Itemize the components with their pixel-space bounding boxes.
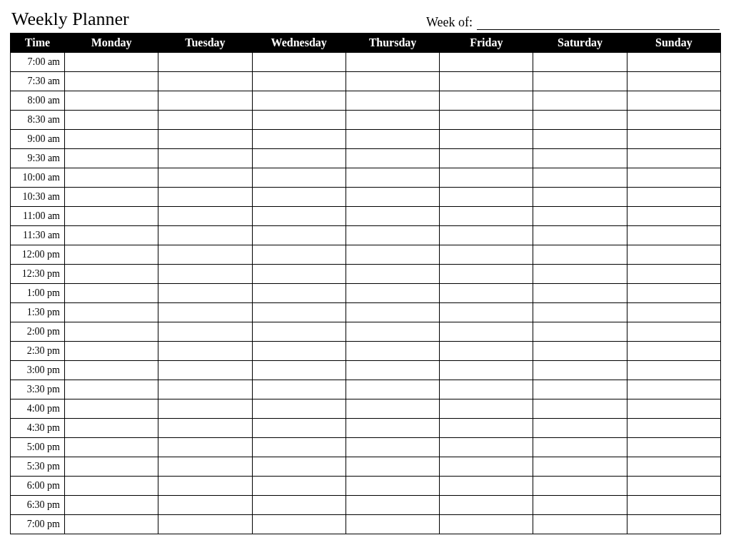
planner-cell[interactable]	[440, 361, 533, 380]
planner-cell[interactable]	[346, 168, 439, 188]
planner-cell[interactable]	[346, 130, 439, 149]
planner-cell[interactable]	[440, 419, 533, 438]
planner-cell[interactable]	[252, 496, 346, 515]
planner-cell[interactable]	[440, 111, 533, 130]
planner-cell[interactable]	[158, 477, 252, 496]
planner-cell[interactable]	[252, 149, 346, 168]
planner-cell[interactable]	[627, 265, 720, 284]
planner-cell[interactable]	[158, 111, 252, 130]
planner-cell[interactable]	[627, 245, 720, 265]
planner-cell[interactable]	[533, 399, 627, 419]
planner-cell[interactable]	[252, 130, 346, 149]
planner-cell[interactable]	[533, 515, 627, 534]
planner-cell[interactable]	[252, 111, 346, 130]
planner-cell[interactable]	[627, 284, 720, 303]
planner-cell[interactable]	[158, 207, 252, 226]
planner-cell[interactable]	[627, 130, 720, 149]
planner-cell[interactable]	[158, 342, 252, 361]
planner-cell[interactable]	[65, 380, 158, 399]
planner-cell[interactable]	[252, 303, 346, 322]
planner-cell[interactable]	[252, 226, 346, 245]
planner-cell[interactable]	[252, 53, 346, 72]
planner-cell[interactable]	[252, 380, 346, 399]
planner-cell[interactable]	[627, 149, 720, 168]
planner-cell[interactable]	[65, 342, 158, 361]
planner-cell[interactable]	[65, 226, 158, 245]
planner-cell[interactable]	[65, 496, 158, 515]
planner-cell[interactable]	[533, 265, 627, 284]
planner-cell[interactable]	[65, 188, 158, 207]
planner-cell[interactable]	[158, 303, 252, 322]
planner-cell[interactable]	[440, 380, 533, 399]
planner-cell[interactable]	[158, 168, 252, 188]
planner-cell[interactable]	[158, 419, 252, 438]
planner-cell[interactable]	[252, 342, 346, 361]
planner-cell[interactable]	[627, 322, 720, 342]
planner-cell[interactable]	[346, 380, 439, 399]
planner-cell[interactable]	[533, 130, 627, 149]
planner-cell[interactable]	[627, 515, 720, 534]
planner-cell[interactable]	[65, 91, 158, 111]
planner-cell[interactable]	[627, 380, 720, 399]
planner-cell[interactable]	[252, 72, 346, 91]
planner-cell[interactable]	[533, 457, 627, 477]
planner-cell[interactable]	[440, 149, 533, 168]
planner-cell[interactable]	[440, 342, 533, 361]
planner-cell[interactable]	[65, 457, 158, 477]
planner-cell[interactable]	[440, 284, 533, 303]
planner-cell[interactable]	[65, 284, 158, 303]
planner-cell[interactable]	[346, 399, 439, 419]
planner-cell[interactable]	[533, 111, 627, 130]
planner-cell[interactable]	[158, 149, 252, 168]
planner-cell[interactable]	[533, 245, 627, 265]
planner-cell[interactable]	[158, 265, 252, 284]
planner-cell[interactable]	[252, 477, 346, 496]
planner-cell[interactable]	[440, 245, 533, 265]
planner-cell[interactable]	[533, 342, 627, 361]
planner-cell[interactable]	[346, 265, 439, 284]
planner-cell[interactable]	[533, 322, 627, 342]
planner-cell[interactable]	[65, 245, 158, 265]
planner-cell[interactable]	[627, 457, 720, 477]
planner-cell[interactable]	[252, 284, 346, 303]
planner-cell[interactable]	[440, 226, 533, 245]
planner-cell[interactable]	[252, 419, 346, 438]
planner-cell[interactable]	[533, 207, 627, 226]
planner-cell[interactable]	[346, 457, 439, 477]
planner-cell[interactable]	[158, 188, 252, 207]
planner-cell[interactable]	[440, 265, 533, 284]
planner-cell[interactable]	[65, 149, 158, 168]
planner-cell[interactable]	[158, 91, 252, 111]
planner-cell[interactable]	[627, 342, 720, 361]
planner-cell[interactable]	[533, 496, 627, 515]
planner-cell[interactable]	[346, 303, 439, 322]
planner-cell[interactable]	[533, 91, 627, 111]
planner-cell[interactable]	[346, 149, 439, 168]
planner-cell[interactable]	[627, 496, 720, 515]
planner-cell[interactable]	[627, 168, 720, 188]
planner-cell[interactable]	[346, 515, 439, 534]
planner-cell[interactable]	[533, 149, 627, 168]
planner-cell[interactable]	[440, 303, 533, 322]
planner-cell[interactable]	[440, 207, 533, 226]
planner-cell[interactable]	[533, 380, 627, 399]
planner-cell[interactable]	[65, 515, 158, 534]
planner-cell[interactable]	[65, 419, 158, 438]
planner-cell[interactable]	[252, 457, 346, 477]
planner-cell[interactable]	[440, 188, 533, 207]
planner-cell[interactable]	[158, 496, 252, 515]
planner-cell[interactable]	[533, 419, 627, 438]
planner-cell[interactable]	[252, 207, 346, 226]
planner-cell[interactable]	[346, 111, 439, 130]
planner-cell[interactable]	[627, 477, 720, 496]
planner-cell[interactable]	[440, 477, 533, 496]
planner-cell[interactable]	[252, 245, 346, 265]
planner-cell[interactable]	[346, 322, 439, 342]
planner-cell[interactable]	[346, 477, 439, 496]
planner-cell[interactable]	[252, 515, 346, 534]
planner-cell[interactable]	[65, 111, 158, 130]
planner-cell[interactable]	[533, 303, 627, 322]
planner-cell[interactable]	[627, 226, 720, 245]
planner-cell[interactable]	[627, 419, 720, 438]
planner-cell[interactable]	[346, 207, 439, 226]
